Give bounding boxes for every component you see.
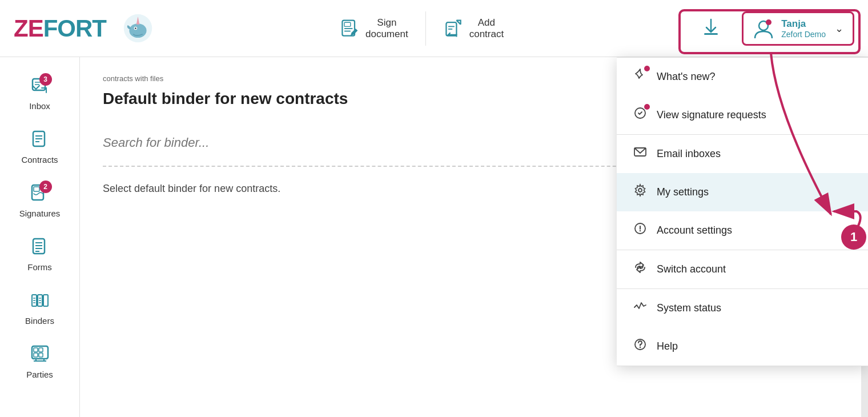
dropdown-section-1: What's new? View signature requests bbox=[617, 58, 868, 135]
svg-rect-6 bbox=[344, 22, 351, 26]
sidebar-item-contracts-label: Contracts bbox=[21, 155, 58, 165]
add-contract-button[interactable]: Addcontract bbox=[426, 11, 521, 46]
header: ZEFORT Signdocument bbox=[0, 0, 868, 57]
my-settings-icon bbox=[633, 183, 648, 201]
svg-rect-39 bbox=[34, 353, 38, 357]
user-org: Zefort Demo bbox=[781, 30, 826, 39]
download-icon bbox=[701, 17, 721, 38]
sidebar-item-contracts[interactable]: Contracts bbox=[0, 120, 79, 174]
switch-account-icon bbox=[633, 260, 648, 278]
account-settings-label: Account settings bbox=[657, 224, 732, 236]
inbox-badge: 3 bbox=[39, 73, 52, 86]
dropdown-section-2: Email inboxes My settings bbox=[617, 135, 868, 250]
binders-icon bbox=[30, 290, 50, 314]
sign-document-label: Signdocument bbox=[365, 17, 408, 40]
sign-document-button[interactable]: Signdocument bbox=[322, 11, 426, 46]
account-settings-menu-item[interactable]: Account settings bbox=[617, 211, 868, 250]
svg-point-55 bbox=[640, 347, 641, 348]
view-signature-label: View signature requests bbox=[657, 109, 766, 121]
user-info: Tanja Zefort Demo bbox=[781, 18, 826, 39]
logo: ZEFORT bbox=[14, 15, 106, 42]
contracts-icon bbox=[30, 129, 50, 153]
sidebar: 3 Inbox Contracts bbox=[0, 57, 80, 417]
inbox-icon: 3 bbox=[30, 75, 50, 99]
svg-rect-38 bbox=[39, 348, 43, 352]
help-menu-item[interactable]: Help bbox=[617, 327, 868, 366]
sidebar-item-binders-label: Binders bbox=[25, 316, 54, 326]
user-dropdown-menu: What's new? View signature requests bbox=[617, 57, 868, 366]
download-button[interactable] bbox=[689, 11, 733, 45]
dropdown-section-4: System status Help bbox=[617, 289, 868, 366]
svg-point-53 bbox=[640, 230, 641, 231]
user-account-button[interactable]: Tanja Zefort Demo ⌄ bbox=[742, 11, 854, 46]
mascot-icon bbox=[122, 13, 154, 44]
sidebar-item-parties[interactable]: Parties bbox=[0, 335, 79, 388]
view-signature-icon bbox=[633, 106, 648, 123]
svg-rect-40 bbox=[39, 353, 43, 357]
email-inboxes-label: Email inboxes bbox=[657, 148, 721, 160]
email-icon bbox=[633, 145, 648, 162]
switch-account-label: Switch account bbox=[657, 263, 726, 275]
user-name: Tanja bbox=[781, 18, 826, 30]
sidebar-item-inbox-label: Inbox bbox=[29, 101, 50, 111]
contracts-with-files-text: contracts with files bbox=[103, 74, 163, 83]
user-avatar-icon bbox=[753, 18, 774, 39]
parties-icon bbox=[30, 344, 50, 367]
help-label: Help bbox=[657, 340, 678, 352]
system-status-icon bbox=[633, 299, 648, 316]
dropdown-section-3: Switch account bbox=[617, 250, 868, 289]
svg-point-4 bbox=[135, 27, 136, 29]
main-layout: 3 Inbox Contracts bbox=[0, 57, 868, 417]
forms-icon bbox=[30, 236, 50, 260]
add-contract-icon bbox=[443, 18, 464, 39]
view-signature-menu-item[interactable]: View signature requests bbox=[617, 96, 868, 134]
sidebar-item-forms[interactable]: Forms bbox=[0, 227, 79, 281]
add-contract-label: Addcontract bbox=[469, 17, 504, 40]
sign-document-icon bbox=[339, 18, 360, 39]
logo-ze: ZE bbox=[14, 15, 43, 42]
svg-rect-12 bbox=[704, 33, 718, 35]
system-status-menu-item[interactable]: System status bbox=[617, 289, 868, 327]
switch-account-menu-item[interactable]: Switch account bbox=[617, 250, 868, 288]
sidebar-item-parties-label: Parties bbox=[26, 370, 53, 379]
svg-rect-21 bbox=[34, 187, 39, 191]
whats-new-label: What's new? bbox=[657, 71, 715, 83]
email-inboxes-menu-item[interactable]: Email inboxes bbox=[617, 135, 868, 173]
sidebar-item-signatures[interactable]: 2 Signatures bbox=[0, 174, 79, 227]
signatures-badge: 2 bbox=[39, 181, 52, 193]
sidebar-item-inbox[interactable]: 3 Inbox bbox=[0, 66, 79, 120]
sidebar-item-forms-label: Forms bbox=[27, 262, 52, 272]
svg-point-50 bbox=[638, 189, 642, 192]
account-settings-icon bbox=[633, 222, 648, 239]
svg-point-14 bbox=[766, 19, 771, 25]
header-actions: Signdocument Addcontract bbox=[154, 11, 689, 46]
sidebar-item-signatures-label: Signatures bbox=[19, 209, 61, 218]
whats-new-icon bbox=[633, 68, 648, 85]
sidebar-item-binders[interactable]: Binders bbox=[0, 281, 79, 335]
whats-new-menu-item[interactable]: What's new? bbox=[617, 58, 868, 96]
my-settings-menu-item[interactable]: My settings bbox=[617, 173, 868, 211]
svg-rect-29 bbox=[43, 295, 48, 306]
signatures-icon: 2 bbox=[30, 183, 50, 206]
my-settings-label: My settings bbox=[657, 186, 709, 198]
chevron-down-icon: ⌄ bbox=[835, 22, 843, 35]
help-icon bbox=[633, 338, 648, 355]
logo-fort: FORT bbox=[43, 15, 106, 42]
system-status-label: System status bbox=[657, 302, 721, 314]
svg-rect-37 bbox=[34, 348, 38, 352]
